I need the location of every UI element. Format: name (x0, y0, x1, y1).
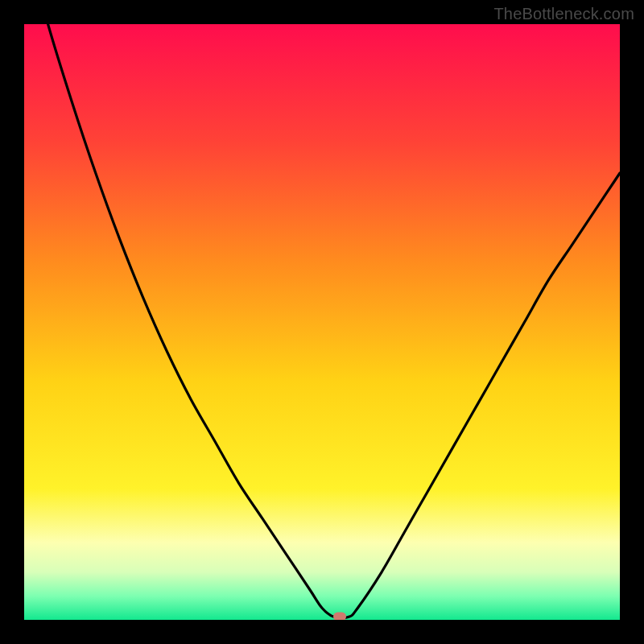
optimum-marker (333, 612, 346, 620)
bottleneck-curve (24, 24, 620, 620)
plot-area (24, 24, 620, 620)
chart-outer-frame: TheBottleneck.com (0, 0, 644, 644)
watermark-text: TheBottleneck.com (493, 5, 634, 23)
